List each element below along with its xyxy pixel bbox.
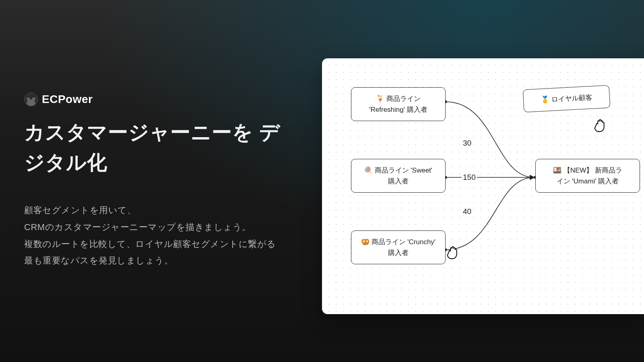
node-umami-buyers[interactable]: 🍱 【NEW】 新商品ラ イン 'Umami' 購入者 — [535, 159, 640, 193]
node-refreshing-buyers[interactable]: 🍹 商品ライン 'Refreshing' 購入者 — [351, 87, 446, 121]
edge-crunchy-umami — [446, 177, 534, 250]
node-sweet-buyers[interactable]: 🍭 商品ライン 'Sweet' 購入者 — [351, 159, 446, 193]
grab-cursor-icon — [591, 115, 609, 133]
hero-copy: ECPower カスタマージャーニーを デジタル化 顧客セグメントを用いて、 C… — [24, 93, 290, 269]
brand-name: ECPower — [42, 93, 93, 106]
subtitle: 顧客セグメントを用いて、 CRMのカスタマージャーニーマップを描きましょう。 複… — [24, 202, 290, 269]
edge-label-refreshing: 30 — [462, 139, 473, 148]
node-crunchy-buyers[interactable]: 🥨 商品ライン 'Crunchy' 購入者 — [351, 230, 446, 264]
edge-refreshing-umami — [446, 102, 534, 177]
brand-bear-icon — [24, 93, 38, 106]
journey-canvas[interactable]: 🍹 商品ライン 'Refreshing' 購入者 🍭 商品ライン 'Sweet'… — [322, 58, 644, 314]
node-loyal-customers[interactable]: 🥇 ロイヤル顧客 — [523, 85, 611, 112]
headline: カスタマージャーニーを デジタル化 — [24, 117, 290, 178]
edge-label-sweet: 150 — [462, 173, 477, 182]
grab-cursor-icon — [444, 242, 462, 260]
brand: ECPower — [24, 93, 290, 106]
edge-label-crunchy: 40 — [462, 207, 473, 216]
